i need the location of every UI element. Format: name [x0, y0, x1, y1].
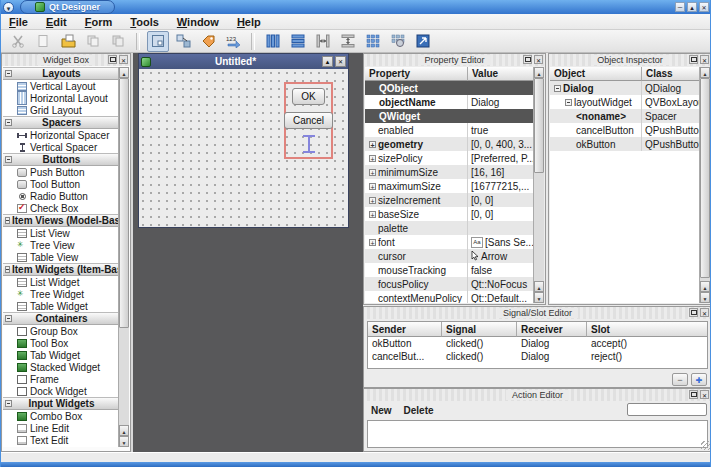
duplicate-icon[interactable] — [82, 31, 104, 52]
widget-push-button[interactable]: Push Button — [3, 166, 118, 178]
float-panel-button[interactable] — [523, 55, 532, 64]
expand-icon[interactable] — [369, 169, 376, 176]
expand-icon[interactable] — [369, 197, 376, 204]
expand-icon[interactable] — [369, 211, 376, 218]
property-group-row[interactable]: QObject — [365, 81, 533, 95]
float-panel-button[interactable] — [689, 55, 698, 64]
widget-table-widget[interactable]: Table Widget — [3, 300, 118, 312]
widget-group-box[interactable]: Group Box — [3, 325, 118, 337]
menu-edit[interactable]: Edit — [46, 16, 67, 28]
scroll-down-button[interactable] — [534, 292, 544, 303]
object-inspector-header[interactable]: Object Inspector — [549, 54, 711, 66]
close-panel-button[interactable] — [700, 390, 709, 399]
delete-action-button[interactable]: Delete — [404, 405, 434, 416]
collapse-icon[interactable] — [554, 85, 561, 92]
titlebar-tab[interactable]: Qt Designer — [20, 0, 115, 14]
form-window[interactable]: Untitled* OK Cancel — [138, 53, 349, 228]
object-row-okbutton[interactable]: okButtonQPushButton — [550, 137, 699, 151]
form-canvas[interactable]: OK Cancel — [139, 69, 348, 227]
object-row-cancelbutton[interactable]: cancelButtonQPushButton — [550, 123, 699, 137]
break-layout-icon[interactable] — [387, 31, 409, 52]
collapse-icon[interactable] — [5, 156, 12, 163]
widget-box-header[interactable]: Widget Box — [2, 54, 130, 66]
property-row[interactable]: mouseTrackingfalse — [365, 263, 533, 277]
column-header-class[interactable]: Class — [642, 67, 699, 81]
widget-grid-layout[interactable]: Grid Layout — [3, 104, 118, 116]
category-item-views[interactable]: Item Views (Model-Based) — [3, 214, 118, 227]
layout-horizontal-icon[interactable] — [262, 31, 284, 52]
scroll-up-button-2[interactable] — [700, 281, 710, 292]
maximize-button[interactable] — [687, 2, 697, 12]
widget-tab-widget[interactable]: Tab Widget — [3, 349, 118, 361]
widget-box-scrollbar[interactable] — [118, 67, 129, 447]
property-group-row[interactable]: QWidget — [365, 109, 533, 123]
widget-horizontal-spacer[interactable]: Horizontal Spacer — [3, 129, 118, 141]
form-close-button[interactable] — [335, 56, 346, 67]
category-layouts[interactable]: Layouts — [3, 67, 118, 80]
float-panel-button[interactable] — [689, 390, 698, 399]
edit-widgets-icon[interactable] — [147, 31, 169, 52]
property-row[interactable]: baseSize[0, 0] — [365, 207, 533, 221]
menu-form[interactable]: Form — [85, 16, 113, 28]
widget-line-edit[interactable]: Line Edit — [3, 422, 118, 434]
menu-window[interactable]: Window — [177, 16, 219, 28]
layout-grid-icon[interactable] — [362, 31, 384, 52]
column-header-receiver[interactable]: Receiver — [517, 322, 587, 337]
selected-layout-outline[interactable]: OK Cancel — [284, 82, 333, 159]
collapse-icon[interactable] — [565, 99, 572, 106]
widget-vertical-spacer[interactable]: Vertical Spacer — [3, 141, 118, 153]
collapse-icon[interactable] — [5, 217, 10, 224]
category-spacers[interactable]: Spacers — [3, 116, 118, 129]
object-row-dialog[interactable]: DialogQDialog — [550, 81, 699, 95]
category-buttons[interactable]: Buttons — [3, 153, 118, 166]
ok-button[interactable]: OK — [292, 88, 324, 105]
paste-icon[interactable] — [57, 31, 79, 52]
remove-connection-button[interactable] — [672, 373, 688, 386]
collapse-icon[interactable] — [5, 400, 12, 407]
expand-icon[interactable] — [369, 183, 376, 190]
scrollbar-thumb[interactable] — [700, 78, 710, 278]
scroll-down-button[interactable] — [119, 436, 129, 447]
cut-icon[interactable] — [7, 31, 29, 52]
widget-tree-widget[interactable]: Tree Widget — [3, 288, 118, 300]
collapse-icon[interactable] — [5, 315, 12, 322]
scroll-up-button[interactable] — [119, 67, 129, 78]
copy-icon[interactable] — [32, 31, 54, 52]
widget-stacked-widget[interactable]: Stacked Widget — [3, 361, 118, 373]
widget-check-box[interactable]: Check Box — [3, 202, 118, 214]
property-row[interactable]: font[Sans Se... — [365, 235, 533, 249]
close-panel-button[interactable] — [119, 55, 128, 64]
object-row-noname[interactable]: <noname>Spacer — [550, 109, 699, 123]
edit-tab-order-icon[interactable]: 123 — [222, 31, 244, 52]
menu-file[interactable]: File — [9, 16, 28, 28]
widget-text-edit[interactable]: Text Edit — [3, 434, 118, 446]
cancel-button[interactable]: Cancel — [284, 112, 333, 129]
widget-tool-button[interactable]: Tool Button — [3, 178, 118, 190]
edit-buddies-icon[interactable] — [197, 31, 219, 52]
new-action-button[interactable]: New — [371, 405, 392, 416]
column-header-object[interactable]: Object — [550, 67, 642, 81]
widget-radio-button[interactable]: Radio Button — [3, 190, 118, 202]
action-filter-input[interactable] — [627, 403, 707, 416]
scroll-up-button[interactable] — [534, 67, 544, 78]
close-panel-button[interactable] — [700, 55, 709, 64]
vertical-spacer-indicator-icon[interactable] — [302, 135, 316, 153]
object-inspector-scrollbar[interactable] — [699, 67, 710, 303]
minimize-button[interactable] — [675, 2, 685, 12]
property-row[interactable]: focusPolicyQt::NoFocus — [365, 277, 533, 291]
property-row[interactable]: minimumSize[16, 16] — [365, 165, 533, 179]
window-titlebar[interactable]: Qt Designer — [1, 0, 711, 14]
scroll-up-button-2[interactable] — [534, 281, 544, 292]
widget-tree-view[interactable]: Tree View — [3, 239, 118, 251]
layout-vertical-splitter-icon[interactable] — [337, 31, 359, 52]
scrollbar-thumb[interactable] — [534, 78, 544, 173]
float-panel-button[interactable] — [108, 55, 117, 64]
widget-spin-box[interactable]: Spin Box — [3, 446, 118, 447]
property-row[interactable]: sizePolicy[Preferred, P... — [365, 151, 533, 165]
property-row[interactable]: objectNameDialog — [365, 95, 533, 109]
category-input-widgets[interactable]: Input Widgets — [3, 397, 118, 410]
close-button[interactable] — [699, 2, 709, 12]
column-header-signal[interactable]: Signal — [442, 322, 517, 337]
scroll-up-button-2[interactable] — [119, 425, 129, 436]
close-panel-button[interactable] — [700, 308, 709, 317]
